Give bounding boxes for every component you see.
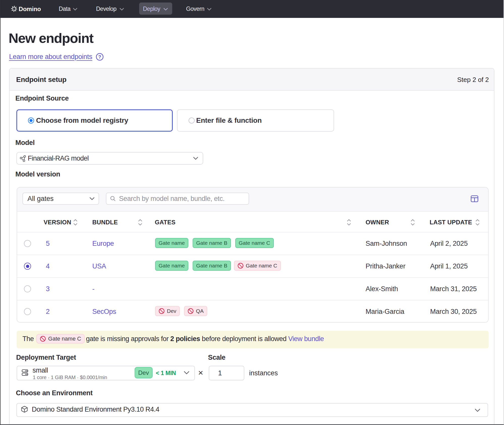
svg-text:?: ? — [98, 54, 101, 59]
